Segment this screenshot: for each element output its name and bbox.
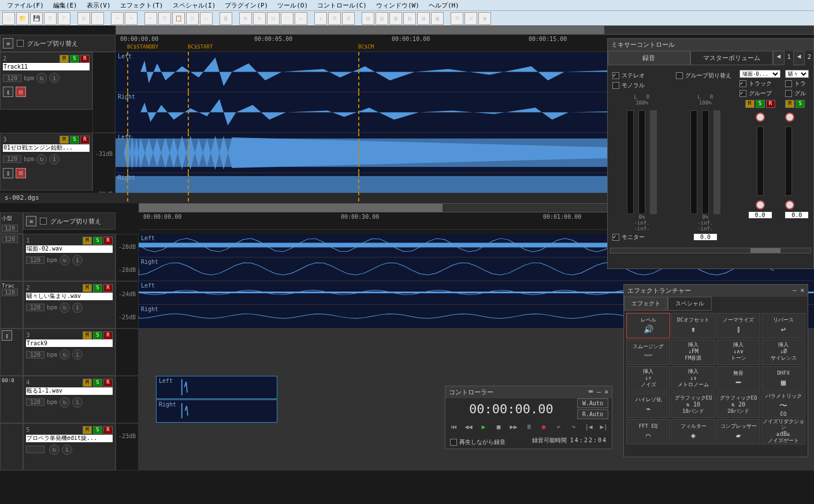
record-arm-button[interactable]: R: [103, 331, 113, 339]
track-name-input[interactable]: [26, 339, 113, 347]
tool1-icon[interactable]: ⟲: [451, 12, 463, 25]
effect-button[interactable]: グラフィックEQ⇅ 1010バンド: [671, 393, 715, 418]
fx-icon[interactable]: ⫿: [3, 168, 13, 178]
panel-titlebar[interactable]: コントローラー ⚮ — ✕: [445, 386, 612, 398]
menu-control[interactable]: コントロール(C): [313, 1, 371, 9]
route-icon[interactable]: ⊟: [16, 87, 26, 97]
cut-icon[interactable]: ✂: [144, 12, 157, 25]
zoom-all-icon[interactable]: ▭: [295, 12, 307, 25]
rec-while-play-checkbox[interactable]: [450, 439, 457, 446]
record-arm-button[interactable]: R: [766, 100, 775, 108]
info-icon[interactable]: i: [49, 154, 60, 165]
solo-button[interactable]: S: [70, 55, 79, 63]
record-icon[interactable]: ●: [538, 421, 549, 432]
minimize-icon[interactable]: —: [597, 388, 601, 395]
info-icon[interactable]: i: [49, 73, 60, 83]
mixer-scrollbar[interactable]: [610, 248, 811, 253]
solo-button[interactable]: S: [70, 136, 79, 144]
effect-button[interactable]: コンプレッサー▰: [716, 419, 760, 445]
refresh-icon[interactable]: ↻: [60, 349, 70, 360]
marker-standby[interactable]: BC$STANDBY: [127, 44, 158, 50]
view6-icon[interactable]: ▩: [431, 12, 444, 25]
zoom-sel-icon[interactable]: ⬚: [281, 12, 293, 25]
effect-button[interactable]: ハイレゾ化⌁: [626, 393, 670, 418]
paste-icon[interactable]: 📋: [172, 12, 185, 25]
record-arm-button[interactable]: R: [103, 426, 113, 434]
solo-button[interactable]: S: [796, 100, 805, 108]
bpm-input[interactable]: [26, 398, 44, 406]
effect-button[interactable]: リバース↩: [761, 313, 805, 338]
view5-icon[interactable]: ▨: [417, 12, 430, 25]
menu-window[interactable]: ウィンドウ(W): [371, 1, 424, 9]
marker-list-icon[interactable]: ≣: [342, 12, 355, 25]
tracklist-icon[interactable]: ≡: [26, 216, 36, 226]
fader[interactable]: [713, 110, 720, 214]
pan-knob[interactable]: [785, 113, 794, 122]
pan-knob[interactable]: [756, 113, 765, 122]
info-icon[interactable]: i: [72, 349, 83, 360]
horizontal-scrollbar[interactable]: [116, 25, 814, 35]
marker-nav-icon[interactable]: ⟰: [328, 12, 341, 25]
noise-dropdown[interactable]: 騒々し.: [785, 70, 809, 78]
music-icon[interactable]: ♪: [91, 12, 104, 25]
marker-cm[interactable]: BC$CM: [358, 44, 374, 50]
marker-start[interactable]: BC$START: [188, 44, 213, 50]
view1-icon[interactable]: ▤: [362, 12, 374, 25]
fx-icon[interactable]: ⫿: [3, 87, 13, 97]
minimize-icon[interactable]: —: [793, 286, 797, 294]
record-arm-button[interactable]: R: [80, 55, 90, 63]
mute-button[interactable]: M: [745, 100, 754, 108]
group-checkbox[interactable]: [739, 90, 746, 97]
bpm-input[interactable]: [26, 351, 44, 359]
menu-tool[interactable]: ツール(O): [273, 1, 313, 9]
menu-plugin[interactable]: プラグイン(P): [220, 1, 273, 9]
tool2-icon[interactable]: ⤭: [464, 12, 477, 25]
group-toggle-checkbox[interactable]: [40, 218, 47, 225]
effect-button[interactable]: グラフィックEQ⇅ 2020バンド: [716, 393, 760, 418]
menu-help[interactable]: ヘルプ(H): [424, 1, 464, 9]
group-toggle-checkbox[interactable]: [17, 40, 24, 47]
tracklist-icon[interactable]: ≡: [3, 38, 13, 48]
panel-titlebar[interactable]: ミキサーコントロール: [608, 39, 813, 51]
fader[interactable]: [785, 126, 792, 196]
group-checkbox[interactable]: [785, 90, 792, 97]
solo-button[interactable]: S: [93, 237, 102, 245]
tab-record[interactable]: 録音: [608, 51, 690, 65]
pan-knob[interactable]: [756, 200, 765, 210]
zoom-fit-icon[interactable]: ⊡: [267, 12, 280, 25]
fader-value[interactable]: 0.0: [785, 212, 808, 218]
effect-button[interactable]: ノイズリダクション⇊dB⇊ノイズゲート: [761, 419, 805, 445]
effect-button[interactable]: 挿入↓↕メトロノーム: [671, 366, 715, 391]
bpm-input[interactable]: [26, 256, 44, 264]
record-arm-button[interactable]: R: [103, 284, 113, 292]
pin-icon[interactable]: ⚮: [588, 388, 593, 395]
close-icon[interactable]: ✕: [604, 388, 608, 395]
monitor-checkbox[interactable]: [612, 234, 619, 241]
effect-button[interactable]: パラメトリック〜EQ: [761, 393, 805, 418]
view3-icon[interactable]: ▦: [389, 12, 402, 25]
track-name-input[interactable]: [3, 63, 90, 70]
zoom-out-icon[interactable]: ⊖: [253, 12, 266, 25]
info-icon[interactable]: i: [72, 397, 83, 408]
effect-button[interactable]: フィルター◈: [671, 419, 715, 445]
solo-button[interactable]: S: [93, 284, 102, 292]
skip-back-icon[interactable]: ⏮: [448, 421, 459, 432]
record-arm-button[interactable]: R: [103, 237, 113, 245]
effect-button[interactable]: 無音━: [716, 366, 760, 391]
mute-button[interactable]: M: [83, 379, 92, 387]
rewind-icon[interactable]: ◀◀: [463, 421, 474, 432]
refresh-icon[interactable]: ↻: [36, 154, 47, 165]
tab-special[interactable]: スペシャル: [668, 297, 712, 311]
fader-value[interactable]: 0.0: [694, 234, 717, 240]
tab-master-volume[interactable]: マスターボリューム: [690, 51, 773, 65]
route-icon[interactable]: ⊟: [16, 168, 26, 178]
menu-special[interactable]: スペシャル(I): [168, 1, 221, 9]
nav-prev-icon[interactable]: ◀: [773, 51, 785, 65]
menu-edit[interactable]: 編集(E): [49, 1, 82, 9]
effect-button[interactable]: ノーマライズ⫿: [716, 313, 760, 338]
bpm-input[interactable]: [2, 225, 18, 232]
solo-button[interactable]: S: [93, 379, 102, 387]
refresh-icon[interactable]: ↻: [60, 397, 70, 408]
track-name-input[interactable]: [26, 387, 113, 395]
view4-icon[interactable]: ▧: [403, 12, 416, 25]
